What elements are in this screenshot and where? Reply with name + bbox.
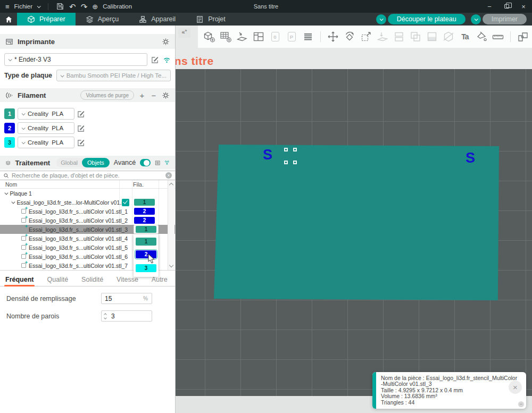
layers-stack-button[interactable] <box>301 30 315 44</box>
add-filament-button[interactable]: + <box>138 91 146 99</box>
home-button[interactable] <box>0 13 17 26</box>
print-options-dropdown[interactable] <box>471 14 481 24</box>
part-label: Essai_logo_li3d.fr_s...ultiColor v01.stl… <box>29 208 128 215</box>
device-icon <box>139 15 147 23</box>
wall-count-input[interactable] <box>108 313 135 320</box>
search-input[interactable] <box>12 172 163 179</box>
filament-assignment-swatch[interactable]: 2 <box>134 208 155 215</box>
minimize-button[interactable]: − <box>481 0 498 13</box>
add-model-button[interactable] <box>202 30 216 44</box>
filament-select-2[interactable]: Creality PLA <box>18 122 74 134</box>
process-nodes-icon[interactable] <box>164 159 170 166</box>
dropdown-option-filament-3[interactable]: 3 <box>136 264 156 272</box>
tooltip-close-button[interactable]: × <box>509 381 522 394</box>
wall-count-stepper[interactable] <box>102 314 108 319</box>
model-letter-left[interactable]: S <box>263 147 272 163</box>
filament-color-swatch[interactable]: 1 <box>4 108 15 119</box>
filament-combo-open[interactable]: 1 <box>134 225 159 234</box>
object-tree: Nom Fila. Plaque 1 Essai_logo_li3d.fr_st… <box>0 180 175 271</box>
tab-preview[interactable]: Aperçu <box>76 13 129 26</box>
hamburger-menu-icon[interactable]: ≡ <box>5 3 10 10</box>
advanced-toggle[interactable] <box>140 159 151 166</box>
tooltip-minimize-button[interactable]: − <box>518 401 524 407</box>
part-icon <box>21 236 26 241</box>
tab-frequent[interactable]: Fréquent <box>5 275 34 286</box>
collapse-sidebar-button[interactable]: «» <box>178 28 190 38</box>
edit-filament-icon[interactable] <box>77 124 85 132</box>
filament-select-3[interactable]: Creality PLA <box>18 137 74 148</box>
file-menu[interactable]: Fichier <box>14 3 33 10</box>
preset-list-icon[interactable] <box>155 159 160 167</box>
paint-tool-button[interactable] <box>475 30 488 44</box>
filament-color-swatch[interactable]: 2 <box>4 123 15 133</box>
split-objects-icon <box>393 31 405 43</box>
measure-tool-button[interactable] <box>491 30 505 44</box>
slice-plate-button[interactable]: Découper le plateau <box>388 14 466 24</box>
tab-project[interactable]: Projet <box>186 13 236 26</box>
tree-scrollbar[interactable] <box>168 180 174 270</box>
filament-slots: 1 Creality PLA 2 Creality PLA 3 <box>4 108 171 148</box>
restore-button[interactable] <box>498 0 515 13</box>
print-button[interactable]: Imprimer <box>483 14 527 24</box>
tab-device[interactable]: Appareil <box>129 13 186 26</box>
model-letter-right[interactable]: S <box>466 150 475 166</box>
filament-select-1[interactable]: Creality PLA <box>18 108 74 120</box>
collapse-caret-icon[interactable] <box>5 191 8 195</box>
filament-color-swatch[interactable]: 3 <box>4 137 15 148</box>
scroll-down-icon[interactable] <box>169 263 173 267</box>
calibration-icon[interactable]: ⊕ <box>92 3 98 10</box>
remove-filament-button[interactable]: − <box>150 91 157 99</box>
stepper-up-icon[interactable] <box>104 313 107 316</box>
printer-select[interactable]: * Ender-3 V3 <box>4 53 147 66</box>
stepper-down-icon[interactable] <box>104 316 107 319</box>
move-tool-button[interactable] <box>326 30 340 44</box>
text-tool-button[interactable]: Ta <box>458 30 472 44</box>
home-icon <box>5 15 13 23</box>
file-menu-chevron-icon[interactable] <box>37 4 41 8</box>
purge-volumes-button[interactable]: Volumes de purge <box>80 90 134 100</box>
edit-filament-icon[interactable] <box>77 110 85 118</box>
save-icon[interactable] <box>56 3 64 11</box>
filament-assignment-swatch[interactable]: 1 <box>134 199 155 206</box>
part-label: Essai_logo_li3d.fr_s...ultiColor v01.stl… <box>29 245 128 251</box>
filament-spool-icon <box>5 91 13 99</box>
arrange-button[interactable] <box>252 30 265 44</box>
redo-icon[interactable]: ↷ <box>81 3 88 11</box>
scale-tool-button[interactable] <box>359 30 373 44</box>
printer-settings-gear-icon[interactable] <box>162 38 170 46</box>
edit-filament-icon[interactable] <box>77 139 85 147</box>
advanced-label: Avancé <box>114 159 136 166</box>
add-plate-button[interactable] <box>219 30 232 44</box>
rotate-tool-button[interactable] <box>343 30 356 44</box>
current-filament-swatch: 1 <box>136 226 156 233</box>
clear-search-button[interactable]: × <box>165 172 172 179</box>
slice-options-dropdown[interactable] <box>376 14 386 24</box>
tab-quality[interactable]: Qualité <box>47 275 68 286</box>
filament-settings-gear-icon[interactable] <box>162 91 170 99</box>
edit-printer-icon[interactable] <box>151 56 159 64</box>
collapse-caret-icon[interactable] <box>12 200 15 204</box>
stencil-model[interactable]: S S <box>214 145 499 300</box>
tab-strength[interactable]: Solidité <box>81 275 103 286</box>
calibration-menu[interactable]: Calibration <box>103 3 132 10</box>
wifi-icon[interactable] <box>163 56 171 64</box>
tab-prepare[interactable]: Préparer <box>17 13 76 26</box>
dropdown-option-filament-1[interactable]: 1 <box>136 238 156 246</box>
viewport-3d[interactable]: 0 P Ta «» Sans titre S S <box>176 26 532 413</box>
scroll-up-icon[interactable] <box>169 183 173 187</box>
part-icon <box>21 227 26 232</box>
close-button[interactable]: × <box>515 0 532 13</box>
assembly-button[interactable] <box>516 30 530 44</box>
plate-type-select[interactable]: Bambu Smooth PEI Plate / High Te... <box>56 70 171 81</box>
text-tool-icon: Ta <box>461 32 468 41</box>
tree-row-plate[interactable]: Plaque 1 <box>0 189 175 198</box>
filament-assignment-swatch[interactable]: 2 <box>134 217 155 224</box>
object-checkbox[interactable] <box>122 199 129 206</box>
add-model-icon <box>203 31 215 43</box>
auto-orient-button[interactable] <box>235 30 249 44</box>
scope-objects-option[interactable]: Objets <box>82 158 110 167</box>
undo-icon[interactable]: ↶ <box>69 3 76 11</box>
scope-global-option[interactable]: Global <box>56 159 82 166</box>
build-area-grid[interactable]: S S <box>176 69 532 396</box>
infill-density-input[interactable] <box>102 295 128 302</box>
